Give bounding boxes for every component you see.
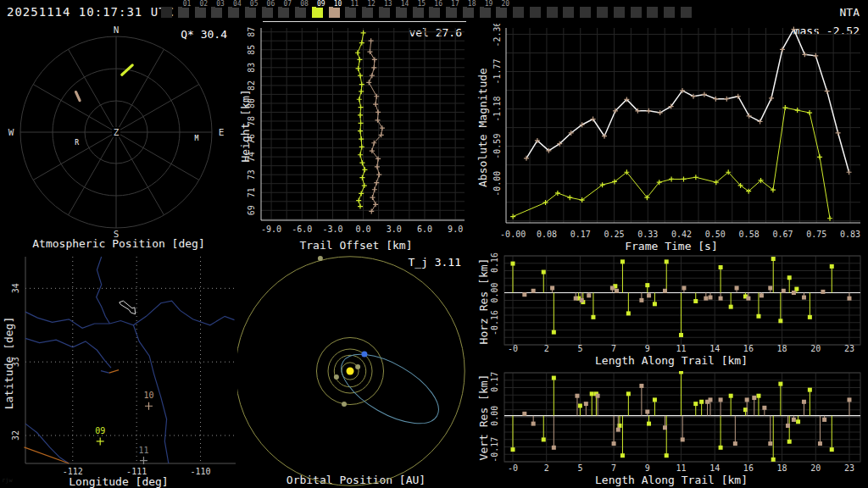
frame-thumb-05[interactable] [245, 7, 256, 18]
frame-thumb-label[interactable]: 06 [266, 0, 276, 8]
frame-thumb-blank[interactable] [631, 7, 642, 18]
frame-thumb-label[interactable]: 19 [484, 0, 494, 8]
svg-text:Z: Z [114, 127, 120, 138]
frame-thumb-15[interactable] [413, 7, 424, 18]
station-marker-label: 10 [143, 391, 153, 400]
residual-point [511, 262, 515, 266]
svg-text:0.42: 0.42 [671, 230, 692, 239]
svg-text:-0.00: -0.00 [492, 171, 502, 197]
planet-mars [342, 402, 347, 407]
residual-point [719, 397, 723, 402]
frame-thumb-blank[interactable] [614, 7, 625, 18]
svg-text:16: 16 [743, 463, 754, 473]
frame-thumb-label[interactable]: 16 [433, 0, 443, 8]
frame-thumb-blank[interactable] [597, 7, 608, 18]
residual-point [679, 333, 683, 337]
frame-thumb-13[interactable] [379, 7, 390, 18]
frame-thumb-label[interactable]: 20 [500, 0, 510, 8]
frame-thumb-14[interactable] [396, 7, 407, 18]
svg-text:32: 32 [11, 430, 20, 441]
frame-thumb-04[interactable] [228, 7, 239, 18]
frame-thumb-label[interactable]: 03 [215, 0, 225, 8]
svg-text:-111: -111 [126, 467, 147, 476]
frame-thumb-label[interactable]: 12 [366, 0, 376, 8]
frame-thumb-label[interactable]: 01 [182, 0, 192, 8]
frame-thumb-label[interactable]: 07 [282, 0, 292, 8]
frame-thumb-label[interactable]: 11 [349, 0, 359, 8]
frame-thumb-label[interactable]: 10 [333, 0, 343, 8]
frame-thumb-06[interactable] [262, 7, 273, 18]
svg-text:-0.59: -0.59 [492, 134, 502, 159]
residual-point [756, 394, 760, 398]
svg-text:14: 14 [709, 344, 720, 353]
frame-thumb-09[interactable] [312, 7, 323, 18]
frame-thumb-17[interactable] [446, 7, 457, 18]
residual-point [591, 315, 595, 319]
frame-thumb-label[interactable]: 15 [417, 0, 427, 8]
frame-thumb-blank[interactable] [530, 7, 541, 18]
utc-timestamp: 20251114 10:17:31 UTC [7, 5, 175, 19]
map-border-line [25, 338, 111, 368]
frame-thumb-blank[interactable] [647, 7, 658, 18]
svg-text:20: 20 [810, 463, 821, 473]
frame-thumb-18[interactable] [463, 7, 474, 18]
frame-thumb-12[interactable] [362, 7, 373, 18]
svg-text:-0: -0 [508, 344, 518, 353]
map-border-line [101, 371, 109, 374]
sun [347, 368, 354, 375]
residual-point [645, 410, 649, 414]
frame-thumb-01[interactable] [178, 7, 189, 18]
svg-text:R: R [75, 139, 79, 147]
frame-thumb-label[interactable]: 04 [232, 0, 242, 8]
residual-point [782, 289, 786, 293]
ground-map-plot: 091011-112-111-110343332 [0, 252, 237, 488]
residual-point [821, 290, 825, 294]
residual-point [847, 397, 851, 402]
frame-thumb-label[interactable]: 14 [400, 0, 410, 8]
frame-thumb-07[interactable] [278, 7, 289, 18]
residual-point [531, 289, 536, 293]
frame-thumb-20[interactable] [496, 7, 507, 18]
horz_res-plot: -025791114161820230.160.00-0.16 [475, 252, 868, 371]
frame-thumb-label[interactable]: 08 [299, 0, 309, 8]
frame-thumb-blank[interactable] [563, 7, 574, 18]
svg-text:5: 5 [577, 344, 582, 353]
frame-thumb-03[interactable] [211, 7, 222, 18]
residual-point [756, 314, 760, 319]
station-code: NTA [840, 6, 860, 19]
svg-text:N: N [114, 25, 120, 36]
svg-text:-112: -112 [63, 467, 83, 476]
frame-thumb-10[interactable] [329, 7, 340, 18]
frame-thumb-label[interactable]: 02 [199, 0, 209, 8]
frame-thumb-label[interactable]: 13 [383, 0, 393, 8]
app-window: 20251114 10:17:31 UTC NTA 01020304050607… [0, 0, 868, 488]
residual-point [778, 319, 782, 323]
frame-thumb-label[interactable]: 17 [450, 0, 460, 8]
frame-thumb-blank[interactable] [580, 7, 591, 18]
residual-point [822, 418, 826, 422]
svg-text:0.16: 0.16 [490, 252, 499, 273]
frame-thumb-blank[interactable] [161, 7, 172, 18]
frame-thumb-02[interactable] [195, 7, 206, 18]
frame-thumb-blank[interactable] [513, 7, 524, 18]
residual-point [699, 400, 704, 404]
frame-thumb-label[interactable]: 09 [316, 0, 326, 8]
residual-point [665, 453, 669, 458]
svg-text:-6.0: -6.0 [292, 225, 312, 234]
svg-text:2: 2 [544, 463, 549, 473]
svg-text:83: 83 [247, 63, 256, 73]
residual-point [709, 296, 713, 300]
residual-point [802, 400, 806, 404]
svg-text:7: 7 [611, 344, 616, 353]
residual-point [719, 265, 723, 269]
frame-thumb-label[interactable]: 05 [249, 0, 259, 8]
frame-thumb-label[interactable]: 18 [467, 0, 477, 8]
frame-thumb-blank[interactable] [664, 7, 675, 18]
frame-thumb-16[interactable] [429, 7, 440, 18]
frame-thumb-11[interactable] [345, 7, 356, 18]
frame-thumb-19[interactable] [480, 7, 491, 18]
frame-thumb-blank[interactable] [547, 7, 558, 18]
svg-text:-0: -0 [508, 463, 518, 473]
frame-thumb-08[interactable] [295, 7, 306, 18]
frame-thumb-blank[interactable] [681, 7, 692, 18]
